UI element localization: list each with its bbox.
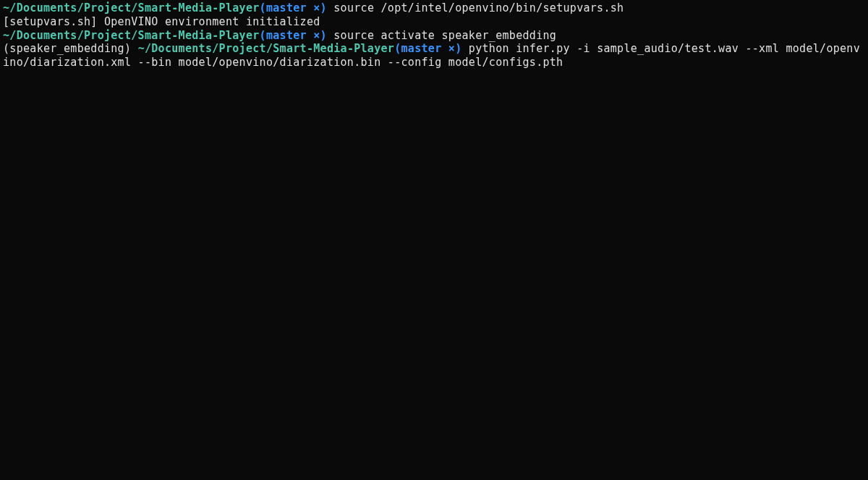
terminal-output[interactable]: ~/Documents/Project/Smart-Media-Player(m…: [3, 1, 865, 70]
terminal-line: ~/Documents/Project/Smart-Media-Player(m…: [3, 29, 865, 43]
terminal-line: [setupvars.sh] OpenVINO environment init…: [3, 15, 865, 29]
terminal-line: (speaker_embedding) ~/Documents/Project/…: [3, 42, 865, 70]
terminal-segment: (master ×): [394, 42, 461, 55]
terminal-segment: (master ×): [260, 1, 327, 14]
terminal-segment: ~/Documents/Project/Smart-Media-Player: [138, 42, 395, 55]
terminal-segment: [setupvars.sh] OpenVINO environment init…: [3, 15, 320, 28]
terminal-segment: ~/Documents/Project/Smart-Media-Player: [3, 29, 260, 42]
terminal-segment: source activate speaker_embedding: [327, 29, 556, 42]
terminal-segment: (speaker_embedding): [3, 42, 138, 55]
terminal-segment: (master ×): [260, 29, 327, 42]
terminal-segment: ~/Documents/Project/Smart-Media-Player: [3, 1, 260, 14]
terminal-segment: source /opt/intel/openvino/bin/setupvars…: [327, 1, 624, 14]
terminal-line: ~/Documents/Project/Smart-Media-Player(m…: [3, 1, 865, 15]
